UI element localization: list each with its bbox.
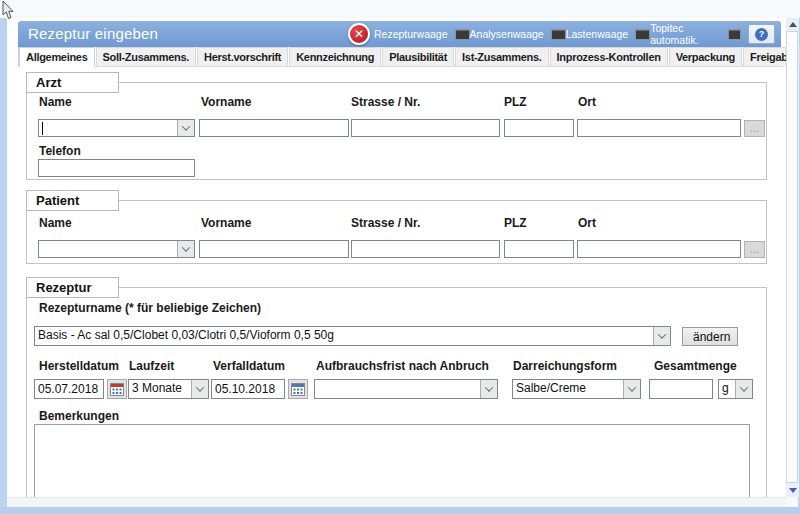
chevron-down-icon xyxy=(196,383,204,391)
bemerkungen-textarea[interactable] xyxy=(34,424,750,497)
patient-vorname-input[interactable] xyxy=(199,240,349,258)
gesamtmenge-unit-value: g xyxy=(719,380,735,398)
group-arzt: Arzt Name Vorname Strasse / Nr. PLZ Ort … xyxy=(26,82,767,180)
close-glyph: ✕ xyxy=(354,27,364,41)
patient-strasse-label: Strasse / Nr. xyxy=(351,216,420,230)
patient-ort-label: Ort xyxy=(578,216,596,230)
scrollbar-thumb[interactable] xyxy=(786,31,798,483)
darreichungsform-value: Salbe/Creme xyxy=(513,380,623,398)
mouse-cursor xyxy=(2,1,15,20)
arzt-more-button[interactable]: ... xyxy=(744,120,765,137)
patient-more-button[interactable]: ... xyxy=(744,241,765,258)
verfalldatum-calendar-button[interactable] xyxy=(288,379,308,399)
rezeptur-window: Rezeptur eingeben ✕ Rezepturwaage Analys… xyxy=(7,18,786,497)
device-rezepturwaage: Rezepturwaage xyxy=(374,28,470,40)
tab-ist-zusammens[interactable]: Ist-Zusammens. xyxy=(455,47,549,66)
aendern-button[interactable]: ändern xyxy=(682,327,738,346)
patient-plz-input[interactable] xyxy=(504,240,574,258)
gesamtmenge-input[interactable] xyxy=(649,379,713,399)
group-patient-legend: Patient xyxy=(26,190,119,211)
tab-plausibilitaet[interactable]: Plausibilität xyxy=(382,47,454,66)
group-rezeptur-legend: Rezeptur xyxy=(26,277,119,298)
rezepturname-value: Basis - Ac sal 0,5/Clobet 0,03/Clotri 0,… xyxy=(35,327,653,345)
status-lamp-icon xyxy=(728,29,741,40)
arzt-strasse-label: Strasse / Nr. xyxy=(351,95,420,109)
aufbrauchsfrist-label: Aufbrauchsfrist nach Anbruch xyxy=(316,359,489,373)
arzt-ort-input[interactable] xyxy=(577,119,741,137)
patient-name-combobox[interactable] xyxy=(38,240,195,258)
dropdown-button[interactable] xyxy=(623,380,640,398)
help-icon: ? xyxy=(755,28,768,41)
tab-verpackung[interactable]: Verpackung xyxy=(669,47,742,66)
dropdown-button[interactable] xyxy=(191,380,208,398)
bemerkungen-label: Bemerkungen xyxy=(39,409,119,423)
arzt-vorname-input[interactable] xyxy=(199,119,349,137)
laufzeit-label: Laufzeit xyxy=(129,359,174,373)
scroll-up-button[interactable] xyxy=(786,18,799,31)
status-lamp-icon xyxy=(635,29,650,40)
rezepturname-combobox[interactable]: Basis - Ac sal 0,5/Clobet 0,03/Clotri 0,… xyxy=(34,326,671,346)
darreichungsform-combobox[interactable]: Salbe/Creme xyxy=(512,379,641,399)
device-topitec: Topitec automatik. xyxy=(650,22,741,46)
herstelldatum-label: Herstelldatum xyxy=(39,359,119,373)
tab-bar: Allgemeines Soll-Zusammens. Herst.vorsch… xyxy=(18,47,783,67)
gesamtmenge-unit-combobox[interactable]: g xyxy=(718,379,753,399)
patient-ort-input[interactable] xyxy=(577,240,741,258)
group-arzt-legend: Arzt xyxy=(26,72,119,93)
patient-vorname-label: Vorname xyxy=(201,216,251,230)
device-label: Lastenwaage xyxy=(566,28,628,40)
device-label: Topitec automatik. xyxy=(650,22,721,46)
dropdown-button[interactable] xyxy=(177,120,194,136)
arzt-ort-label: Ort xyxy=(578,95,596,109)
dropdown-button[interactable] xyxy=(480,380,497,398)
laufzeit-value: 3 Monate xyxy=(129,380,191,398)
patient-plz-label: PLZ xyxy=(504,216,527,230)
tab-herst-vorschrift[interactable]: Herst.vorschrift xyxy=(197,47,288,66)
laufzeit-combobox[interactable]: 3 Monate xyxy=(128,379,209,399)
gesamtmenge-label: Gesamtmenge xyxy=(654,359,737,373)
arzt-plz-input[interactable] xyxy=(504,119,574,137)
tab-allgemeines[interactable]: Allgemeines xyxy=(18,47,95,67)
help-button[interactable]: ? xyxy=(748,24,775,44)
group-patient: Patient Name Vorname Strasse / Nr. PLZ O… xyxy=(26,200,767,264)
verfalldatum-input[interactable] xyxy=(211,379,285,399)
aufbrauchsfrist-combobox[interactable] xyxy=(314,379,498,399)
patient-name-value xyxy=(39,241,177,257)
dropdown-button[interactable] xyxy=(735,380,752,398)
window-frame-bottom xyxy=(0,507,800,514)
close-icon[interactable]: ✕ xyxy=(348,23,370,45)
device-lastenwaage: Lastenwaage xyxy=(566,28,650,40)
status-strip xyxy=(7,497,786,507)
status-lamp-icon xyxy=(455,29,470,40)
vertical-scrollbar[interactable] xyxy=(786,18,799,497)
status-lamp-icon xyxy=(551,29,566,40)
tab-content-allgemeines: Arzt Name Vorname Strasse / Nr. PLZ Ort … xyxy=(7,67,786,497)
herstelldatum-calendar-button[interactable] xyxy=(107,379,127,399)
arrow-up-icon xyxy=(789,22,797,27)
dropdown-button[interactable] xyxy=(653,327,670,345)
rezepturname-label: Rezepturname (* für beliebige Zeichen) xyxy=(39,301,261,315)
patient-name-label: Name xyxy=(39,216,72,230)
group-rezeptur: Rezeptur Rezepturname (* für beliebige Z… xyxy=(26,287,767,497)
screen: Rezeptur eingeben ✕ Rezepturwaage Analys… xyxy=(0,0,800,514)
aufbrauchsfrist-value xyxy=(315,380,480,398)
calendar-icon xyxy=(291,383,305,396)
arzt-telefon-input[interactable] xyxy=(38,159,195,177)
tab-kennzeichnung[interactable]: Kennzeichnung xyxy=(289,47,381,66)
arrow-down-icon xyxy=(789,488,797,493)
titlebar: Rezeptur eingeben ✕ Rezepturwaage Analys… xyxy=(18,21,781,47)
device-analysenwaage: Analysenwaage xyxy=(470,28,566,40)
herstelldatum-input[interactable] xyxy=(34,379,104,399)
arzt-telefon-label: Telefon xyxy=(39,144,81,158)
chevron-down-icon xyxy=(740,383,748,391)
scroll-down-button[interactable] xyxy=(786,484,799,497)
patient-strasse-input[interactable] xyxy=(351,240,500,258)
tab-soll-zusammens[interactable]: Soll-Zusammens. xyxy=(96,47,197,66)
arzt-name-combobox[interactable] xyxy=(38,119,195,137)
tab-inprozess-kontrollen[interactable]: Inprozess-Kontrollen xyxy=(550,47,668,66)
arzt-strasse-input[interactable] xyxy=(351,119,500,137)
device-label: Rezepturwaage xyxy=(374,28,448,40)
text-caret xyxy=(42,122,43,135)
dropdown-button[interactable] xyxy=(177,241,194,257)
arzt-vorname-label: Vorname xyxy=(201,95,251,109)
